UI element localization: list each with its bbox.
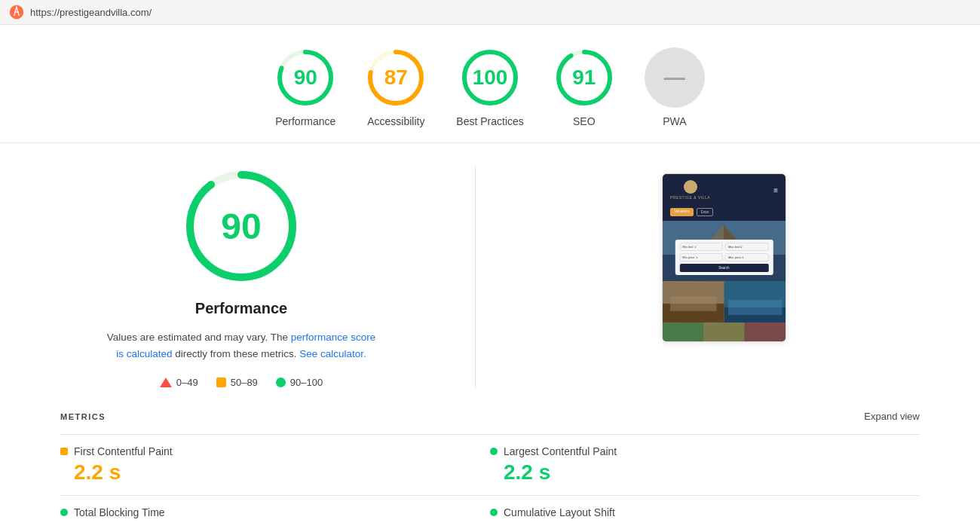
- screenshot-hero: Min bed ∨ Max bed ∨ Min price ∨ Max pric…: [663, 221, 786, 281]
- thumbnail-3: [745, 323, 786, 341]
- legend-average-range: 50–89: [231, 377, 258, 388]
- big-performance-score: 90: [221, 206, 261, 247]
- desc-text-2: directly from these metrics.: [172, 348, 299, 359]
- metric-fcp: First Contentful Paint 2.2 s: [60, 434, 490, 495]
- big-performance-title: Performance: [195, 300, 287, 317]
- expand-view-button[interactable]: Expand view: [864, 411, 920, 422]
- metrics-header: METRICS Expand view: [60, 411, 920, 422]
- screenshot-nav: Valuations Enter: [663, 206, 786, 221]
- thumbnail-2: [703, 323, 744, 341]
- best-practices-label: Best Practices: [456, 115, 523, 127]
- logo-text: Prestige & Villa: [670, 195, 710, 200]
- score-circle-best-practices: 100: [460, 47, 520, 108]
- url-display: https://prestigeandvilla.com/: [30, 7, 152, 18]
- legend-item-fail: 0–49: [160, 377, 198, 388]
- screenshot-search-form: Min bed ∨ Max bed ∨ Min price ∨ Max pric…: [675, 240, 773, 275]
- thumbnail-1: [663, 323, 703, 341]
- screenshot-property-images: [663, 281, 786, 323]
- legend-item-average: 50–89: [216, 377, 258, 388]
- tbt-label-row: Total Blocking Time: [60, 506, 490, 518]
- calculator-link[interactable]: See calculator.: [299, 348, 366, 359]
- menu-icon: ≡: [773, 186, 778, 194]
- metrics-section: METRICS Expand view First Contentful Pai…: [0, 411, 980, 532]
- score-item-seo[interactable]: 91 SEO: [554, 47, 614, 127]
- lcp-value: 2.2 s: [490, 460, 920, 485]
- cls-indicator: [490, 509, 498, 516]
- triangle-icon: [160, 378, 172, 387]
- max-bed-select: Max bed ∨: [725, 243, 769, 251]
- left-panel: 90 Performance Values are estimated and …: [60, 166, 422, 388]
- score-item-accessibility[interactable]: 87 Accessibility: [366, 47, 426, 127]
- property-image-1: [663, 281, 724, 323]
- desc-text-1: Values are estimated and may vary. The: [107, 332, 291, 343]
- logo-icon: [684, 180, 697, 194]
- website-screenshot: Prestige & Villa ≡ Valuations Enter: [662, 173, 786, 342]
- form-row-1: Min bed ∨ Max bed ∨: [679, 243, 768, 251]
- fcp-label-row: First Contentful Paint: [60, 445, 490, 457]
- pwa-circle: —: [645, 47, 705, 108]
- square-icon: [216, 378, 226, 387]
- fcp-indicator: [60, 448, 68, 455]
- screenshot-logo: Prestige & Villa: [670, 180, 710, 200]
- top-bar: https://prestigeandvilla.com/: [0, 0, 980, 25]
- min-price-select: Min price ∨: [679, 253, 723, 261]
- best-practices-score: 100: [473, 66, 508, 90]
- score-circle-seo: 91: [554, 47, 614, 108]
- performance-score: 90: [294, 66, 317, 90]
- tbt-indicator: [60, 509, 68, 516]
- circle-icon: [276, 378, 286, 387]
- legend: 0–49 50–89 90–100: [160, 377, 323, 388]
- search-button: Search: [679, 264, 768, 272]
- lcp-label: Largest Contentful Paint: [504, 445, 617, 457]
- nav-btn-enter: Enter: [697, 208, 714, 216]
- right-panel: Prestige & Villa ≡ Valuations Enter: [528, 166, 920, 388]
- accessibility-score: 87: [384, 66, 408, 90]
- score-circle-performance: 90: [275, 47, 335, 108]
- seo-score: 91: [572, 66, 596, 90]
- screenshot-header: Prestige & Villa ≡: [663, 174, 786, 206]
- legend-fail-range: 0–49: [176, 377, 198, 388]
- property-image-2: [724, 281, 786, 323]
- metrics-grid: First Contentful Paint 2.2 s Largest Con…: [60, 434, 920, 532]
- pwa-dash: —: [664, 66, 685, 90]
- svg-rect-23: [745, 323, 786, 341]
- score-item-performance[interactable]: 90 Performance: [275, 47, 335, 127]
- fcp-value: 2.2 s: [60, 460, 490, 485]
- legend-pass-range: 90–100: [290, 377, 323, 388]
- performance-description: Values are estimated and may vary. The p…: [106, 329, 377, 362]
- screenshot-thumbnails: [663, 323, 786, 341]
- score-row: 90 Performance 87 Accessibility 100 Best…: [0, 25, 980, 143]
- cls-label-row: Cumulative Layout Shift: [490, 506, 920, 518]
- cls-label: Cumulative Layout Shift: [504, 506, 615, 518]
- min-bed-select: Min bed ∨: [679, 243, 723, 251]
- score-item-pwa[interactable]: — PWA: [645, 47, 705, 127]
- vertical-divider: [475, 166, 476, 388]
- svg-rect-20: [727, 300, 782, 315]
- fcp-label: First Contentful Paint: [74, 445, 173, 457]
- max-price-select: Max price ∨: [725, 253, 769, 261]
- metric-cls: Cumulative Layout Shift: [490, 495, 920, 532]
- tbt-label: Total Blocking Time: [74, 506, 165, 518]
- lcp-indicator: [490, 448, 498, 455]
- score-item-best-practices[interactable]: 100 Best Practices: [456, 47, 523, 127]
- form-row-2: Min price ∨ Max price ∨: [679, 253, 768, 261]
- metric-lcp: Largest Contentful Paint 2.2 s: [490, 434, 920, 495]
- pwa-label: PWA: [663, 115, 686, 127]
- score-circle-accessibility: 87: [366, 47, 426, 108]
- legend-item-pass: 90–100: [276, 377, 323, 388]
- performance-label: Performance: [275, 115, 335, 127]
- metrics-title: METRICS: [60, 412, 106, 421]
- big-score-circle: 90: [181, 166, 302, 286]
- lighthouse-icon: [9, 5, 24, 20]
- main-content: 90 Performance Values are estimated and …: [0, 143, 980, 411]
- metric-tbt: Total Blocking Time: [60, 495, 490, 532]
- accessibility-label: Accessibility: [367, 115, 424, 127]
- seo-label: SEO: [573, 115, 596, 127]
- nav-btn-valuations: Valuations: [670, 208, 694, 216]
- svg-rect-21: [663, 323, 703, 341]
- svg-rect-17: [670, 296, 717, 311]
- lcp-label-row: Largest Contentful Paint: [490, 445, 920, 457]
- svg-rect-22: [703, 323, 744, 341]
